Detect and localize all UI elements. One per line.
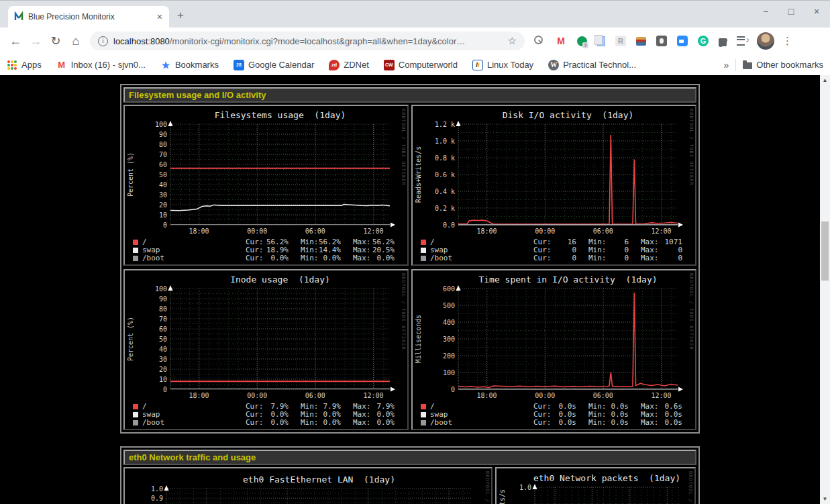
svg-text:0.2 k: 0.2 k <box>435 205 455 212</box>
tab-strip: Blue Precision Monitorix × + − □ × <box>0 0 830 28</box>
graph-panel-eth0-traffic[interactable]: 1.00.90.80.70.60.50.40.30.20.10.0eth0 Fa… <box>123 467 492 504</box>
back-button[interactable]: ← <box>5 34 25 48</box>
svg-text:200: 200 <box>443 352 455 360</box>
svg-text:0: 0 <box>163 386 167 393</box>
svg-text:Disk I/O activity (1day): Disk I/O activity (1day) <box>503 110 634 120</box>
url-text: localhost:8080/monitorix-cgi/monitorix.c… <box>113 36 503 46</box>
svg-text:0.0: 0.0 <box>443 221 455 229</box>
bookmark-zdnet[interactable]: zdZDNet <box>329 60 369 70</box>
svg-text:1.0 k: 1.0 k <box>435 138 455 145</box>
bookmark-apps[interactable]: Apps <box>7 60 42 70</box>
new-tab-button[interactable]: + <box>177 9 184 22</box>
svg-text:0: 0 <box>451 386 455 393</box>
graph-panel-inode-usage[interactable]: 100908070605040302010018:0000:0006:0012:… <box>123 269 409 430</box>
zoom-extension-icon[interactable] <box>677 36 688 46</box>
svg-text:0: 0 <box>678 254 682 262</box>
graph-grid: 100908070605040302010018:0000:0006:0012:… <box>123 105 696 430</box>
section-title: eth0 Network traffic and usage <box>123 450 696 465</box>
bookmarks-overflow-icon[interactable]: » <box>724 60 729 70</box>
svg-text:0: 0 <box>624 254 629 262</box>
rrdtool-watermark: RRDTOOL / TOBI OETIKER <box>688 471 693 504</box>
folder-icon <box>743 62 752 69</box>
svg-text:Cur:: Cur: <box>533 254 552 262</box>
svg-text:06:00: 06:00 <box>305 228 325 235</box>
svg-text:100: 100 <box>443 369 455 376</box>
r-extension-icon[interactable]: R <box>615 36 626 46</box>
svg-text:100: 100 <box>155 121 167 128</box>
page-info-icon[interactable]: i <box>98 36 108 46</box>
svg-text:Max:: Max: <box>353 254 371 262</box>
svg-text:/boot: /boot <box>430 418 452 427</box>
gmail-extension-icon[interactable]: M <box>555 35 567 47</box>
svg-text:Time spent in I/O activity (1: Time spent in I/O activity (1day) <box>478 274 657 285</box>
scroll-up-icon[interactable]: ▲ <box>820 75 830 85</box>
svg-text:1.2 k: 1.2 k <box>435 121 455 128</box>
bookmark-google-calendar[interactable]: 28Google Calendar <box>234 60 314 70</box>
graph-panel-time-spent-io[interactable]: 600500400300200100018:0000:0006:0012:00T… <box>411 269 696 430</box>
playlist-icon[interactable] <box>737 36 745 46</box>
reload-button[interactable]: ↻ <box>46 34 66 48</box>
grammarly-extension-icon[interactable]: G <box>698 36 709 46</box>
bookmark-computerworld[interactable]: CWComputerworld <box>384 60 458 70</box>
svg-text:eth0 Network packets (1day): eth0 Network packets (1day) <box>533 473 680 483</box>
bookmark-label: Computerworld <box>399 60 458 70</box>
monitorix-favicon <box>13 11 24 22</box>
apps-icon <box>7 60 17 70</box>
svg-text:Milliseconds: Milliseconds <box>415 315 422 363</box>
bookmark-practical-technol[interactable]: WPractical Technol... <box>548 60 636 70</box>
other-bookmarks-button[interactable]: Other bookmarks <box>756 60 823 70</box>
bookmark-bookmarks[interactable]: ★Bookmarks <box>160 60 219 70</box>
extensions-puzzle-icon[interactable] <box>719 38 727 46</box>
svg-text:500: 500 <box>443 302 455 309</box>
svg-text:0.6 k: 0.6 k <box>435 171 455 179</box>
graph-panel-disk-io-activity[interactable]: 1.2 k1.0 k0.8 k0.6 k0.4 k0.2 k0.018:0000… <box>411 105 696 266</box>
bookmark-label: Practical Technol... <box>563 60 636 70</box>
scroll-down-icon[interactable]: ▼ <box>820 494 830 504</box>
home-button[interactable]: ⌂ <box>66 34 86 48</box>
svg-text:70: 70 <box>159 315 167 323</box>
url-bar[interactable]: i localhost:8080/monitorix-cgi/monitorix… <box>90 32 525 50</box>
svg-text:Cur:: Cur: <box>246 254 264 262</box>
svg-text:/boot: /boot <box>142 254 164 262</box>
svg-text:00:00: 00:00 <box>247 392 267 399</box>
browser-tab[interactable]: Blue Precision Monitorix × <box>8 6 169 28</box>
monitorix-page: Filesystem usage and I/O activity 100908… <box>0 75 820 504</box>
page-scrollbar[interactable]: ▲ ▼ <box>820 75 830 504</box>
tab-close-icon[interactable]: × <box>156 12 164 21</box>
search-extension-icon[interactable] <box>534 36 543 44</box>
svg-text:Max:: Max: <box>641 254 659 262</box>
svg-text:12:00: 12:00 <box>651 228 671 235</box>
svg-text:Reads+Writes/s: Reads+Writes/s <box>415 146 422 203</box>
copy-pages-extension-icon[interactable] <box>597 36 605 46</box>
calendar-icon: 28 <box>234 60 244 70</box>
rrdtool-watermark: RRDTOOL / TOBI OETIKER <box>688 109 694 186</box>
notes-extension-icon[interactable] <box>656 36 667 46</box>
voice-extension-icon[interactable] <box>577 36 587 46</box>
bookmark-items: AppsMInbox (16) - sjvn0...★Bookmarks28Go… <box>7 60 651 70</box>
svg-text:Min:: Min: <box>301 418 319 427</box>
maximize-button[interactable]: □ <box>786 6 796 17</box>
svg-text:0.0s: 0.0s <box>559 418 577 427</box>
extension-icons: MRG <box>534 35 747 47</box>
svg-text:00:00: 00:00 <box>535 392 555 399</box>
svg-text:Percent (%): Percent (%) <box>127 152 134 197</box>
svg-text:0.4 k: 0.4 k <box>435 188 455 195</box>
window-close-button[interactable]: × <box>811 6 822 17</box>
graph-grid: 1.00.90.80.70.60.50.40.30.20.10.0eth0 Fa… <box>123 467 696 504</box>
bookmark-star-icon[interactable]: ☆ <box>508 35 517 47</box>
graph-panel-eth0-packets[interactable]: 1.00.50.0eth0 Network packets (1day)Pack… <box>495 467 696 504</box>
graph-panel-filesystems-usage[interactable]: 100908070605040302010018:0000:0006:0012:… <box>123 105 409 266</box>
svg-text:0.0%: 0.0% <box>323 254 342 262</box>
section-network: eth0 Network traffic and usage 1.00.90.8… <box>120 446 700 504</box>
rrdtool-watermark: RRDTOOL / TOBI OETIKER <box>688 273 694 350</box>
browser-menu-icon[interactable]: ⋮ <box>782 35 792 47</box>
scrollbar-thumb[interactable] <box>821 221 829 281</box>
minimize-button[interactable]: − <box>760 6 771 17</box>
svg-text:30: 30 <box>159 356 167 363</box>
forward-button[interactable]: → <box>25 34 46 48</box>
browser-toolbar: ← → ↻ ⌂ i localhost:8080/monitorix-cgi/m… <box>0 28 830 54</box>
profile-avatar[interactable] <box>757 32 774 50</box>
bookmark-inbox-16-sjvn0[interactable]: MInbox (16) - sjvn0... <box>56 60 146 70</box>
bookmark-linux-today[interactable]: ltLinux Today <box>472 60 533 70</box>
books-extension-icon[interactable] <box>636 37 646 46</box>
